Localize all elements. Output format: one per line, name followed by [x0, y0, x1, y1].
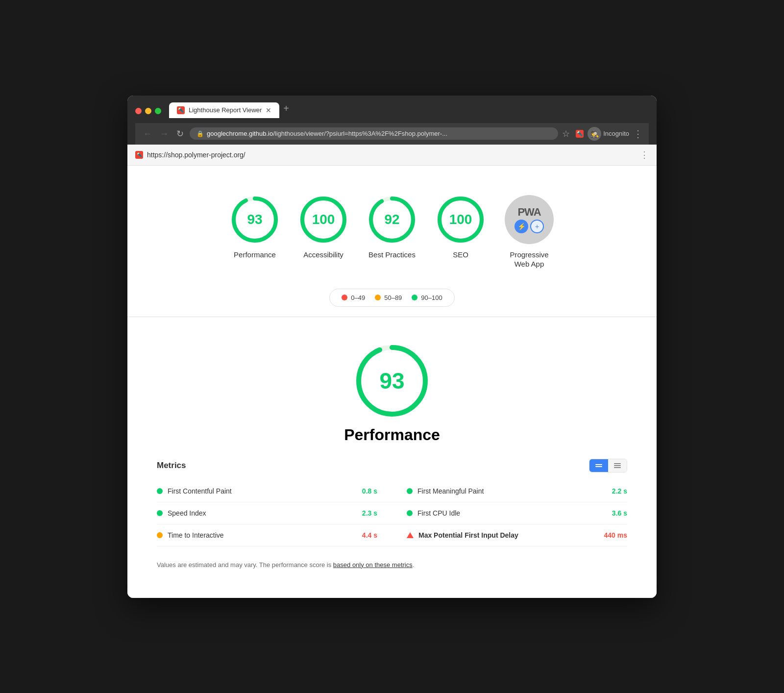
metric-dot-fcp [157, 488, 163, 494]
browser-titlebar: 🔦 Lighthouse Report Viewer ✕ + ← → ↻ 🔒 g… [127, 96, 657, 145]
legend-item-average: 50–89 [375, 294, 402, 301]
metrics-header: Metrics [157, 459, 627, 472]
score-card-seo[interactable]: 100 SEO [436, 195, 485, 260]
metric-row-fcp: First Contentful Paint 0.8 s [157, 480, 392, 502]
lock-icon: 🔒 [196, 130, 204, 137]
legend-range-pass: 90–100 [421, 294, 442, 301]
metric-name-mpfid: Max Potential First Input Delay [418, 531, 599, 539]
address-text: googlechrome.github.io/lighthouse/viewer… [207, 130, 447, 137]
view-toggle [589, 459, 627, 472]
metric-value-mpfid: 440 ms [604, 531, 627, 539]
metric-row-mpfid: Max Potential First Input Delay 440 ms [392, 524, 627, 546]
toggle-collapsed-button[interactable] [608, 459, 627, 472]
metric-name-fmp: First Meaningful Paint [417, 487, 607, 495]
toggle-expanded-button[interactable] [589, 459, 608, 472]
score-card-best-practices[interactable]: 92 Best Practices [368, 195, 416, 260]
lh-url-text: https://shop.polymer-project.org/ [147, 151, 636, 159]
metrics-section: Metrics [157, 459, 627, 569]
metric-row-tti: Time to Interactive 4.4 s [157, 524, 392, 546]
metrics-title: Metrics [157, 461, 186, 470]
score-value-accessibility: 100 [312, 212, 335, 227]
incognito-badge: 🕵️ Incognito [588, 127, 629, 141]
metrics-note: Values are estimated and may vary. The p… [157, 556, 627, 569]
address-path: /lighthouse/viewer/?psiurl=https%3A%2F%2… [273, 130, 447, 137]
performance-score-number: 93 [379, 368, 404, 394]
metrics-left-column: First Contentful Paint 0.8 s Speed Index… [157, 480, 392, 546]
metric-row-fci: First CPU Idle 3.6 s [392, 502, 627, 524]
metric-name-fcp: First Contentful Paint [168, 487, 357, 495]
legend-range-average: 50–89 [384, 294, 402, 301]
more-options-button[interactable]: ⋮ [633, 128, 643, 140]
metrics-right-column: First Meaningful Paint 2.2 s First CPU I… [392, 480, 627, 546]
metrics-note-link[interactable]: based only on these metrics [333, 561, 413, 569]
score-label-pwa: ProgressiveWeb App [510, 250, 548, 269]
legend-dot-average [375, 295, 381, 300]
address-bar[interactable]: 🔒 googlechrome.github.io/lighthouse/view… [190, 127, 558, 140]
score-ring-seo: 100 [436, 195, 485, 244]
incognito-icon: 🕵️ [588, 127, 601, 141]
lh-url-bar: 🔦 https://shop.polymer-project.org/ ⋮ [127, 145, 657, 166]
metric-value-fcp: 0.8 s [362, 487, 377, 495]
performance-section: 93 Performance Metrics [157, 322, 627, 578]
legend-item-fail: 0–49 [342, 294, 365, 301]
score-ring-performance: 93 [230, 195, 279, 244]
star-icon[interactable]: ☆ [562, 128, 570, 139]
extension-icon[interactable]: 🔦 [576, 130, 584, 138]
metric-row-fmp: First Meaningful Paint 2.2 s [392, 480, 627, 502]
address-domain: googlechrome.github.io [207, 130, 273, 137]
metric-value-si: 2.3 s [362, 509, 377, 517]
score-label-best-practices: Best Practices [368, 250, 416, 260]
browser-window: 🔦 Lighthouse Report Viewer ✕ + ← → ↻ 🔒 g… [127, 96, 657, 598]
legend-item-pass: 90–100 [412, 294, 442, 301]
score-ring-best-practices: 92 [368, 195, 416, 244]
active-tab[interactable]: 🔦 Lighthouse Report Viewer ✕ [169, 102, 279, 118]
pwa-add-icon: + [530, 220, 544, 233]
section-divider [127, 317, 657, 317]
legend-dot-fail [342, 295, 347, 300]
metric-dot-tti [157, 532, 163, 538]
incognito-label: Incognito [603, 130, 629, 137]
metric-name-fci: First CPU Idle [417, 509, 607, 517]
traffic-lights [135, 108, 161, 118]
score-cards: 93 Performance 100 Accessibility [157, 185, 627, 284]
back-button[interactable]: ← [141, 128, 154, 139]
score-value-seo: 100 [449, 212, 472, 227]
score-label-accessibility: Accessibility [303, 250, 343, 260]
legend-dot-pass [412, 295, 417, 300]
refresh-button[interactable]: ↻ [174, 128, 186, 139]
performance-title: Performance [344, 426, 440, 444]
score-card-pwa[interactable]: PWA ⚡ + ProgressiveWeb App [505, 195, 554, 269]
score-card-performance[interactable]: 93 Performance [230, 195, 279, 260]
lh-report: 93 Performance 100 Accessibility [127, 166, 657, 598]
traffic-light-yellow[interactable] [145, 108, 151, 114]
score-legend: 0–49 50–89 90–100 [157, 289, 627, 307]
collapsed-icon [614, 463, 621, 468]
metrics-note-end: . [413, 561, 415, 569]
tab-close-button[interactable]: ✕ [266, 106, 271, 114]
performance-ring-large: 93 [353, 342, 431, 420]
expanded-icon [595, 464, 602, 467]
traffic-light-red[interactable] [135, 108, 142, 114]
browser-nav-bar: ← → ↻ 🔒 googlechrome.github.io/lighthous… [135, 123, 649, 145]
score-value-performance: 93 [247, 212, 262, 227]
metric-value-fci: 3.6 s [612, 509, 627, 517]
performance-score-large: 93 Performance [157, 342, 627, 444]
metric-row-si: Speed Index 2.3 s [157, 502, 392, 524]
lh-url-more-button[interactable]: ⋮ [640, 149, 649, 160]
legend-box: 0–49 50–89 90–100 [329, 289, 454, 307]
new-tab-button[interactable]: + [279, 103, 293, 118]
metric-name-si: Speed Index [168, 509, 357, 517]
metric-triangle-mpfid [407, 532, 414, 538]
score-card-accessibility[interactable]: 100 Accessibility [299, 195, 348, 260]
legend-range-fail: 0–49 [351, 294, 365, 301]
pwa-icons: ⚡ + [514, 220, 544, 233]
traffic-light-green[interactable] [155, 108, 161, 114]
metrics-grid: First Contentful Paint 0.8 s Speed Index… [157, 480, 627, 546]
forward-button[interactable]: → [158, 128, 171, 139]
lh-url-favicon: 🔦 [135, 151, 143, 159]
browser-tabs-row: 🔦 Lighthouse Report Viewer ✕ + [135, 102, 649, 118]
tab-label: Lighthouse Report Viewer [189, 106, 262, 114]
metrics-note-text: Values are estimated and may vary. The p… [157, 561, 333, 569]
score-label-performance: Performance [234, 250, 276, 260]
metric-dot-si [157, 510, 163, 516]
